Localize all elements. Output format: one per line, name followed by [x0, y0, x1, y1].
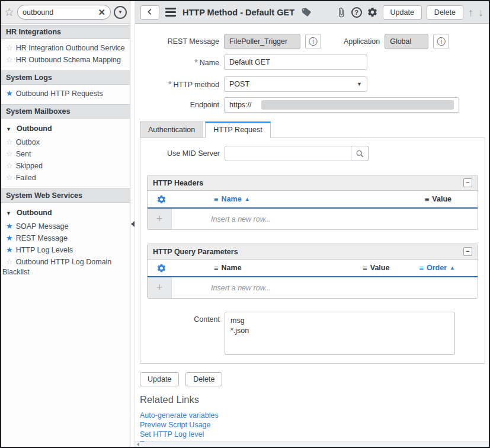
related-link-auto-generate-variables[interactable]: Auto-generate variables — [140, 411, 489, 420]
group-outbound-mailboxes[interactable]: ▼Outbound — [1, 121, 130, 136]
form-header-bar: HTTP Method - Default GET ? Update Delet… — [135, 1, 489, 24]
endpoint-row: Endpoint — [135, 97, 489, 113]
group-outbound-web-services[interactable]: ▼Outbound — [1, 206, 130, 220]
tab-authentication[interactable]: Authentication — [140, 121, 203, 137]
column-header-value[interactable]: ≡Value — [425, 195, 451, 204]
rest-message-info-icon[interactable]: ⓘ — [305, 34, 321, 49]
help-icon[interactable]: ? — [351, 7, 362, 18]
column-header-order[interactable]: ≡Order▲ — [419, 264, 455, 273]
column-header-value[interactable]: ≡Value — [363, 264, 389, 273]
personalize-gear-icon[interactable] — [367, 7, 378, 18]
column-menu-icon[interactable]: ≡ — [214, 264, 219, 273]
collapse-section-icon[interactable]: − — [463, 178, 472, 187]
sidebar-item-label: Failed — [16, 174, 36, 182]
app-window: ☆ ✕ ▼ HR Integrations ☆HR Integration Ou… — [0, 0, 490, 448]
favorite-star-icon[interactable]: ☆ — [6, 43, 13, 52]
rest-message-field[interactable] — [224, 34, 300, 49]
sidebar-item-hr-outbound-schema-mapping[interactable]: ☆HR Outbound Schema Mapping — [1, 54, 130, 66]
sidebar-resize-divider[interactable] — [130, 1, 135, 447]
form-context-menu-icon[interactable] — [165, 8, 176, 17]
chevron-down-icon: ▼ — [6, 126, 11, 132]
name-row: *Name — [135, 55, 489, 70]
list-settings-gear-icon[interactable] — [148, 194, 175, 204]
sidebar-item-sent[interactable]: ☆Sent — [1, 148, 130, 160]
endpoint-field-wrap — [224, 97, 459, 113]
clear-search-icon[interactable]: ✕ — [98, 8, 105, 17]
http-query-parameters-title: HTTP Query Parameters — [153, 248, 238, 256]
http-method-label: *HTTP method — [135, 79, 224, 89]
sidebar-item-soap-message[interactable]: ★SOAP Message — [1, 220, 130, 232]
navigator-menu-toggle-button[interactable]: ▼ — [114, 6, 127, 19]
insert-new-row-cell[interactable]: Insert a new row... — [211, 277, 271, 298]
sidebar-item-rest-message[interactable]: ★REST Message — [1, 232, 130, 244]
horizontal-scrollbar[interactable] — [135, 441, 489, 447]
rest-message-row: REST Message ⓘ Application ⓘ — [135, 34, 489, 49]
favorite-star-icon[interactable]: ☆ — [6, 55, 13, 64]
favorite-star-filled-icon[interactable]: ★ — [6, 245, 13, 254]
column-menu-icon[interactable]: ≡ — [419, 264, 424, 273]
scroll-left-arrow-icon[interactable] — [137, 443, 139, 446]
sidebar-item-failed[interactable]: ☆Failed — [1, 172, 130, 184]
delete-button-header[interactable]: Delete — [427, 5, 463, 20]
http-query-parameters-title-bar: HTTP Query Parameters − — [148, 244, 478, 260]
update-button-header[interactable]: Update — [383, 5, 422, 20]
tag-icon[interactable] — [301, 7, 312, 18]
sidebar-item-outbound-http-requests[interactable]: ★Outbound HTTP Requests — [1, 88, 130, 100]
sidebar-item-label: Outbound HTTP Log Domain Blacklist — [2, 258, 111, 276]
favorite-star-icon[interactable]: ☆ — [6, 161, 13, 170]
navigator-search-input[interactable] — [23, 8, 95, 17]
sidebar-item-hr-integration-outbound-service[interactable]: ☆HR Integration Outbound Service — [1, 42, 130, 54]
sidebar-item-outbound-http-log-domain-blacklist[interactable]: ☆Outbound HTTP Log Domain Blacklist — [1, 256, 130, 278]
application-navigator: ☆ ✕ ▼ HR Integrations ☆HR Integration Ou… — [1, 1, 130, 447]
use-mid-server-field[interactable] — [225, 146, 351, 161]
related-links-title: Related Links — [140, 394, 489, 405]
column-header-name[interactable]: ≡Name — [214, 264, 242, 273]
column-header-name[interactable]: ≡Name▲ — [214, 195, 250, 204]
favorite-star-icon[interactable]: ☆ — [6, 173, 13, 182]
sidebar-item-skipped[interactable]: ☆Skipped — [1, 160, 130, 172]
favorite-star-icon[interactable]: ☆ — [6, 149, 13, 158]
column-menu-icon[interactable]: ≡ — [425, 195, 430, 204]
favorite-star-icon[interactable]: ☆ — [6, 137, 13, 146]
related-links-section: Related Links Auto-generate variables Pr… — [140, 394, 489, 447]
favorite-star-filled-icon[interactable]: ★ — [6, 222, 13, 231]
back-button[interactable] — [140, 5, 159, 20]
favorite-star-filled-icon[interactable]: ★ — [6, 89, 13, 98]
related-link-set-http-log-level[interactable]: Set HTTP Log level — [140, 430, 489, 439]
endpoint-redaction-overlay — [261, 100, 454, 110]
sidebar-collapse-handle-icon[interactable] — [131, 221, 134, 227]
delete-button-footer[interactable]: Delete — [185, 372, 222, 386]
required-icon: * — [194, 57, 197, 67]
column-menu-icon[interactable]: ≡ — [363, 264, 367, 273]
name-field[interactable] — [224, 55, 367, 70]
sidebar-item-outbox[interactable]: ☆Outbox — [1, 136, 130, 148]
favorite-star-icon[interactable]: ☆ — [6, 257, 13, 266]
favorites-filter-star-icon[interactable]: ☆ — [4, 7, 14, 18]
favorite-star-filled-icon[interactable]: ★ — [6, 233, 13, 242]
http-request-tab-panel: Use MID Server HTTP Headers − ≡Name▲ — [140, 137, 485, 364]
sidebar-item-label: HTTP Log Levels — [16, 246, 73, 254]
tab-http-request[interactable]: HTTP Request — [205, 121, 270, 138]
related-link-preview-script-usage[interactable]: Preview Script Usage — [140, 420, 489, 430]
sidebar-item-http-log-levels[interactable]: ★HTTP Log Levels — [1, 244, 130, 256]
next-record-arrow-icon[interactable]: ↓ — [478, 7, 483, 18]
http-method-select[interactable]: POST ▼ — [224, 76, 367, 92]
insert-new-row-cell[interactable]: Insert a new row... — [211, 209, 271, 229]
attachment-paperclip-icon[interactable] — [336, 7, 347, 18]
sidebar-item-label: REST Message — [16, 234, 68, 242]
collapse-section-icon[interactable]: − — [463, 247, 472, 256]
add-row-plus-icon[interactable]: + — [148, 277, 172, 298]
application-info-icon[interactable]: ⓘ — [433, 34, 449, 49]
query-parameters-column-header-row: ≡Name ≡Value ≡Order▲ — [148, 260, 478, 277]
update-button-footer[interactable]: Update — [140, 372, 179, 386]
sidebar-item-label: Outbound HTTP Requests — [16, 89, 103, 98]
previous-record-arrow-icon[interactable]: ↑ — [468, 7, 473, 18]
application-field[interactable] — [385, 34, 428, 49]
list-settings-gear-icon[interactable] — [148, 263, 175, 273]
reference-lookup-icon[interactable] — [351, 146, 369, 161]
sort-ascending-icon: ▲ — [450, 265, 455, 271]
add-row-plus-icon[interactable]: + — [148, 209, 172, 229]
sidebar-item-label: Skipped — [16, 162, 43, 170]
content-textarea[interactable]: msg *.json — [225, 312, 455, 355]
column-menu-icon[interactable]: ≡ — [214, 195, 219, 204]
